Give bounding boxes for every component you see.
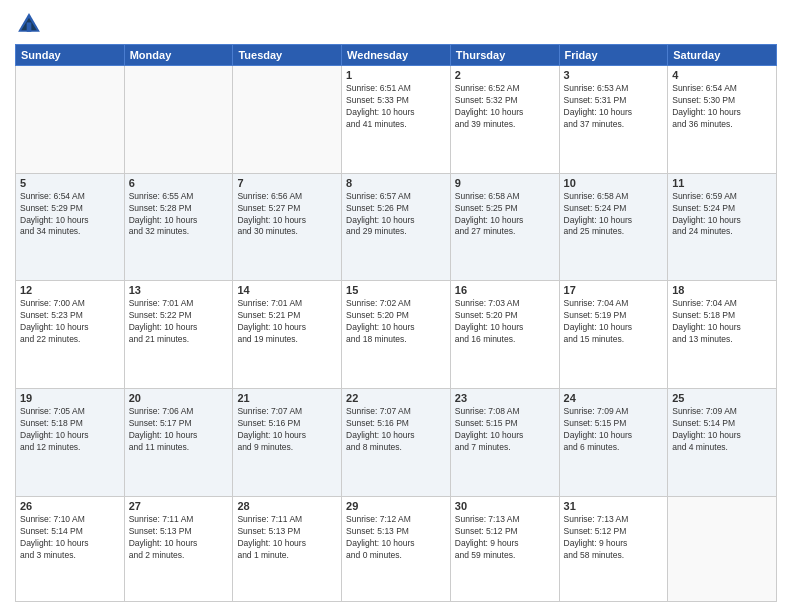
day-info: Sunrise: 7:04 AM Sunset: 5:18 PM Dayligh… xyxy=(672,298,772,346)
col-header-saturday: Saturday xyxy=(668,45,777,66)
day-info: Sunrise: 7:13 AM Sunset: 5:12 PM Dayligh… xyxy=(455,514,555,562)
calendar-cell: 17Sunrise: 7:04 AM Sunset: 5:19 PM Dayli… xyxy=(559,281,668,389)
day-number: 31 xyxy=(564,500,664,512)
page: SundayMondayTuesdayWednesdayThursdayFrid… xyxy=(0,0,792,612)
calendar-header-row: SundayMondayTuesdayWednesdayThursdayFrid… xyxy=(16,45,777,66)
calendar-cell: 28Sunrise: 7:11 AM Sunset: 5:13 PM Dayli… xyxy=(233,496,342,601)
calendar-cell: 7Sunrise: 6:56 AM Sunset: 5:27 PM Daylig… xyxy=(233,173,342,281)
day-number: 28 xyxy=(237,500,337,512)
day-info: Sunrise: 7:08 AM Sunset: 5:15 PM Dayligh… xyxy=(455,406,555,454)
calendar-cell xyxy=(124,66,233,174)
col-header-wednesday: Wednesday xyxy=(342,45,451,66)
day-number: 20 xyxy=(129,392,229,404)
day-info: Sunrise: 7:11 AM Sunset: 5:13 PM Dayligh… xyxy=(237,514,337,562)
day-info: Sunrise: 7:09 AM Sunset: 5:15 PM Dayligh… xyxy=(564,406,664,454)
day-number: 5 xyxy=(20,177,120,189)
calendar-cell: 19Sunrise: 7:05 AM Sunset: 5:18 PM Dayli… xyxy=(16,389,125,497)
day-number: 26 xyxy=(20,500,120,512)
day-info: Sunrise: 6:54 AM Sunset: 5:29 PM Dayligh… xyxy=(20,191,120,239)
day-info: Sunrise: 7:13 AM Sunset: 5:12 PM Dayligh… xyxy=(564,514,664,562)
day-number: 23 xyxy=(455,392,555,404)
day-info: Sunrise: 6:58 AM Sunset: 5:24 PM Dayligh… xyxy=(564,191,664,239)
calendar-cell: 5Sunrise: 6:54 AM Sunset: 5:29 PM Daylig… xyxy=(16,173,125,281)
day-number: 4 xyxy=(672,69,772,81)
calendar-cell: 20Sunrise: 7:06 AM Sunset: 5:17 PM Dayli… xyxy=(124,389,233,497)
day-number: 2 xyxy=(455,69,555,81)
day-number: 7 xyxy=(237,177,337,189)
calendar-cell: 1Sunrise: 6:51 AM Sunset: 5:33 PM Daylig… xyxy=(342,66,451,174)
day-info: Sunrise: 7:07 AM Sunset: 5:16 PM Dayligh… xyxy=(237,406,337,454)
calendar-week-5: 26Sunrise: 7:10 AM Sunset: 5:14 PM Dayli… xyxy=(16,496,777,601)
calendar-cell: 30Sunrise: 7:13 AM Sunset: 5:12 PM Dayli… xyxy=(450,496,559,601)
day-info: Sunrise: 7:02 AM Sunset: 5:20 PM Dayligh… xyxy=(346,298,446,346)
calendar-cell: 11Sunrise: 6:59 AM Sunset: 5:24 PM Dayli… xyxy=(668,173,777,281)
day-info: Sunrise: 7:04 AM Sunset: 5:19 PM Dayligh… xyxy=(564,298,664,346)
day-info: Sunrise: 7:07 AM Sunset: 5:16 PM Dayligh… xyxy=(346,406,446,454)
calendar-cell: 8Sunrise: 6:57 AM Sunset: 5:26 PM Daylig… xyxy=(342,173,451,281)
day-number: 12 xyxy=(20,284,120,296)
day-number: 9 xyxy=(455,177,555,189)
day-number: 14 xyxy=(237,284,337,296)
calendar-cell: 25Sunrise: 7:09 AM Sunset: 5:14 PM Dayli… xyxy=(668,389,777,497)
day-info: Sunrise: 7:01 AM Sunset: 5:22 PM Dayligh… xyxy=(129,298,229,346)
day-number: 17 xyxy=(564,284,664,296)
calendar-cell: 18Sunrise: 7:04 AM Sunset: 5:18 PM Dayli… xyxy=(668,281,777,389)
day-number: 1 xyxy=(346,69,446,81)
day-info: Sunrise: 7:03 AM Sunset: 5:20 PM Dayligh… xyxy=(455,298,555,346)
day-number: 10 xyxy=(564,177,664,189)
day-info: Sunrise: 7:01 AM Sunset: 5:21 PM Dayligh… xyxy=(237,298,337,346)
day-info: Sunrise: 6:55 AM Sunset: 5:28 PM Dayligh… xyxy=(129,191,229,239)
calendar-cell: 31Sunrise: 7:13 AM Sunset: 5:12 PM Dayli… xyxy=(559,496,668,601)
day-info: Sunrise: 7:12 AM Sunset: 5:13 PM Dayligh… xyxy=(346,514,446,562)
calendar-week-4: 19Sunrise: 7:05 AM Sunset: 5:18 PM Dayli… xyxy=(16,389,777,497)
calendar-cell: 6Sunrise: 6:55 AM Sunset: 5:28 PM Daylig… xyxy=(124,173,233,281)
logo-icon xyxy=(15,10,43,38)
calendar-week-3: 12Sunrise: 7:00 AM Sunset: 5:23 PM Dayli… xyxy=(16,281,777,389)
day-info: Sunrise: 6:51 AM Sunset: 5:33 PM Dayligh… xyxy=(346,83,446,131)
day-info: Sunrise: 6:58 AM Sunset: 5:25 PM Dayligh… xyxy=(455,191,555,239)
header xyxy=(15,10,777,38)
calendar-cell: 15Sunrise: 7:02 AM Sunset: 5:20 PM Dayli… xyxy=(342,281,451,389)
col-header-thursday: Thursday xyxy=(450,45,559,66)
col-header-tuesday: Tuesday xyxy=(233,45,342,66)
day-number: 6 xyxy=(129,177,229,189)
col-header-sunday: Sunday xyxy=(16,45,125,66)
calendar-week-2: 5Sunrise: 6:54 AM Sunset: 5:29 PM Daylig… xyxy=(16,173,777,281)
calendar-cell: 29Sunrise: 7:12 AM Sunset: 5:13 PM Dayli… xyxy=(342,496,451,601)
calendar-cell: 22Sunrise: 7:07 AM Sunset: 5:16 PM Dayli… xyxy=(342,389,451,497)
calendar-cell: 12Sunrise: 7:00 AM Sunset: 5:23 PM Dayli… xyxy=(16,281,125,389)
day-number: 25 xyxy=(672,392,772,404)
day-number: 24 xyxy=(564,392,664,404)
logo xyxy=(15,10,47,38)
day-number: 21 xyxy=(237,392,337,404)
calendar-cell: 24Sunrise: 7:09 AM Sunset: 5:15 PM Dayli… xyxy=(559,389,668,497)
calendar-cell: 4Sunrise: 6:54 AM Sunset: 5:30 PM Daylig… xyxy=(668,66,777,174)
calendar-week-1: 1Sunrise: 6:51 AM Sunset: 5:33 PM Daylig… xyxy=(16,66,777,174)
day-info: Sunrise: 6:59 AM Sunset: 5:24 PM Dayligh… xyxy=(672,191,772,239)
day-number: 8 xyxy=(346,177,446,189)
calendar-cell xyxy=(16,66,125,174)
calendar-cell: 13Sunrise: 7:01 AM Sunset: 5:22 PM Dayli… xyxy=(124,281,233,389)
calendar-cell: 26Sunrise: 7:10 AM Sunset: 5:14 PM Dayli… xyxy=(16,496,125,601)
calendar-cell: 21Sunrise: 7:07 AM Sunset: 5:16 PM Dayli… xyxy=(233,389,342,497)
svg-rect-2 xyxy=(27,22,32,31)
calendar-cell xyxy=(668,496,777,601)
day-info: Sunrise: 7:11 AM Sunset: 5:13 PM Dayligh… xyxy=(129,514,229,562)
day-info: Sunrise: 7:06 AM Sunset: 5:17 PM Dayligh… xyxy=(129,406,229,454)
calendar-cell: 16Sunrise: 7:03 AM Sunset: 5:20 PM Dayli… xyxy=(450,281,559,389)
calendar-cell: 23Sunrise: 7:08 AM Sunset: 5:15 PM Dayli… xyxy=(450,389,559,497)
calendar-cell: 14Sunrise: 7:01 AM Sunset: 5:21 PM Dayli… xyxy=(233,281,342,389)
day-info: Sunrise: 7:09 AM Sunset: 5:14 PM Dayligh… xyxy=(672,406,772,454)
day-info: Sunrise: 7:10 AM Sunset: 5:14 PM Dayligh… xyxy=(20,514,120,562)
day-number: 3 xyxy=(564,69,664,81)
day-number: 29 xyxy=(346,500,446,512)
day-number: 19 xyxy=(20,392,120,404)
col-header-friday: Friday xyxy=(559,45,668,66)
calendar-cell: 27Sunrise: 7:11 AM Sunset: 5:13 PM Dayli… xyxy=(124,496,233,601)
day-info: Sunrise: 6:54 AM Sunset: 5:30 PM Dayligh… xyxy=(672,83,772,131)
calendar-cell: 9Sunrise: 6:58 AM Sunset: 5:25 PM Daylig… xyxy=(450,173,559,281)
day-number: 16 xyxy=(455,284,555,296)
calendar-cell: 10Sunrise: 6:58 AM Sunset: 5:24 PM Dayli… xyxy=(559,173,668,281)
day-info: Sunrise: 6:52 AM Sunset: 5:32 PM Dayligh… xyxy=(455,83,555,131)
day-number: 27 xyxy=(129,500,229,512)
